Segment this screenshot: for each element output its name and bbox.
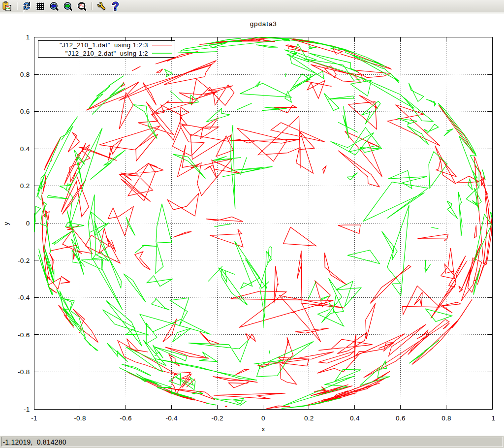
svg-text:"J12_210_2.dat" using 1:2: "J12_210_2.dat" using 1:2	[65, 50, 148, 57]
svg-text:-1.12019, 0.814280: -1.12019, 0.814280	[3, 438, 66, 446]
svg-text:-0.6: -0.6	[18, 331, 30, 339]
svg-text:0.4: 0.4	[20, 145, 30, 153]
svg-text:0.2: 0.2	[20, 182, 30, 190]
svg-text:0.2: 0.2	[304, 415, 314, 422]
svg-text:1: 1	[491, 415, 495, 422]
svg-text:gpdata3: gpdata3	[250, 20, 277, 28]
svg-text:?: ?	[112, 0, 119, 13]
svg-text:-0.8: -0.8	[74, 415, 86, 422]
svg-text:0.6: 0.6	[20, 108, 30, 115]
svg-text:-0.6: -0.6	[120, 415, 131, 422]
svg-text:x: x	[261, 425, 265, 433]
svg-text:0.8: 0.8	[441, 415, 451, 422]
svg-text:y: y	[2, 222, 10, 225]
svg-text:0.6: 0.6	[396, 415, 406, 422]
svg-text:-1: -1	[31, 415, 37, 422]
svg-text:-0.4: -0.4	[165, 415, 178, 422]
svg-text:-1: -1	[24, 406, 30, 413]
svg-text:0.8: 0.8	[20, 71, 30, 78]
svg-text:-0.4: -0.4	[18, 294, 30, 301]
svg-text:0.4: 0.4	[350, 415, 360, 422]
svg-text:-0.8: -0.8	[18, 368, 30, 376]
svg-text:0: 0	[261, 415, 265, 422]
svg-text:1: 1	[26, 33, 30, 41]
svg-text:"J12_210_1.dat" using 1:2:3: "J12_210_1.dat" using 1:2:3	[60, 41, 148, 49]
svg-text:-0.2: -0.2	[211, 415, 223, 422]
svg-text:0: 0	[26, 220, 30, 227]
svg-text:-0.2: -0.2	[18, 257, 30, 264]
